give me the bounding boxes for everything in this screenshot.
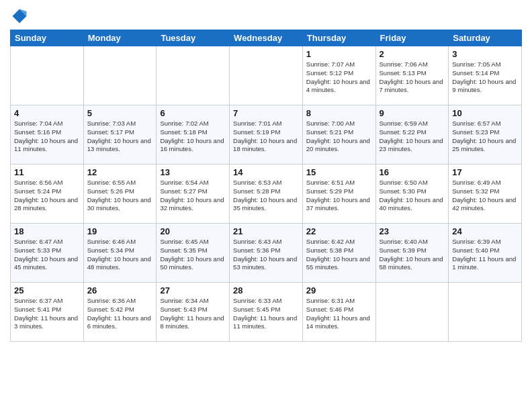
day-info: Sunrise: 6:42 AM Sunset: 5:38 PM Dayligh… [306, 238, 372, 272]
day-info: Sunrise: 7:04 AM Sunset: 5:16 PM Dayligh… [14, 120, 80, 154]
day-cell: 6Sunrise: 7:02 AM Sunset: 5:18 PM Daylig… [157, 105, 230, 165]
week-row-4: 18Sunrise: 6:47 AM Sunset: 5:33 PM Dayli… [11, 224, 522, 283]
day-number: 27 [160, 285, 226, 295]
day-number: 24 [452, 226, 518, 236]
day-info: Sunrise: 6:36 AM Sunset: 5:42 PM Dayligh… [87, 297, 153, 331]
day-cell: 24Sunrise: 6:39 AM Sunset: 5:40 PM Dayli… [449, 224, 522, 283]
day-cell: 20Sunrise: 6:45 AM Sunset: 5:35 PM Dayli… [157, 224, 230, 283]
day-number: 29 [306, 285, 372, 295]
day-info: Sunrise: 7:00 AM Sunset: 5:21 PM Dayligh… [306, 120, 372, 154]
col-header-wednesday: Wednesday [230, 30, 303, 46]
day-number: 20 [160, 226, 226, 236]
day-info: Sunrise: 6:59 AM Sunset: 5:22 PM Dayligh… [380, 120, 445, 154]
day-number: 18 [14, 226, 80, 236]
day-number: 3 [452, 49, 518, 59]
col-header-sunday: Sunday [11, 30, 84, 46]
day-number: 4 [14, 108, 80, 118]
day-number: 2 [380, 49, 445, 59]
day-cell: 26Sunrise: 6:36 AM Sunset: 5:42 PM Dayli… [83, 283, 157, 342]
day-cell: 15Sunrise: 6:51 AM Sunset: 5:29 PM Dayli… [302, 165, 375, 224]
day-number: 7 [233, 108, 299, 118]
day-cell: 23Sunrise: 6:40 AM Sunset: 5:39 PM Dayli… [375, 224, 449, 283]
day-cell: 18Sunrise: 6:47 AM Sunset: 5:33 PM Dayli… [11, 224, 84, 283]
col-header-saturday: Saturday [449, 30, 522, 46]
day-info: Sunrise: 6:33 AM Sunset: 5:45 PM Dayligh… [233, 297, 299, 331]
day-cell: 14Sunrise: 6:53 AM Sunset: 5:28 PM Dayli… [230, 165, 303, 224]
day-cell [157, 46, 230, 105]
day-cell: 11Sunrise: 6:56 AM Sunset: 5:24 PM Dayli… [11, 165, 84, 224]
day-cell: 5Sunrise: 7:03 AM Sunset: 5:17 PM Daylig… [83, 105, 157, 165]
header [10, 7, 522, 26]
day-info: Sunrise: 6:51 AM Sunset: 5:29 PM Dayligh… [306, 179, 372, 213]
day-number: 6 [160, 108, 226, 118]
day-cell: 28Sunrise: 6:33 AM Sunset: 5:45 PM Dayli… [230, 283, 303, 342]
week-row-5: 25Sunrise: 6:37 AM Sunset: 5:41 PM Dayli… [11, 283, 522, 342]
day-number: 26 [87, 285, 153, 295]
day-number: 23 [380, 226, 445, 236]
day-cell: 22Sunrise: 6:42 AM Sunset: 5:38 PM Dayli… [302, 224, 375, 283]
day-info: Sunrise: 6:49 AM Sunset: 5:32 PM Dayligh… [452, 179, 518, 213]
day-number: 15 [306, 167, 372, 177]
day-cell: 17Sunrise: 6:49 AM Sunset: 5:32 PM Dayli… [449, 165, 522, 224]
day-cell: 8Sunrise: 7:00 AM Sunset: 5:21 PM Daylig… [302, 105, 375, 165]
day-cell: 21Sunrise: 6:43 AM Sunset: 5:36 PM Dayli… [230, 224, 303, 283]
calendar-table: SundayMondayTuesdayWednesdayThursdayFrid… [10, 30, 522, 342]
day-number: 19 [87, 226, 153, 236]
col-header-thursday: Thursday [302, 30, 375, 46]
day-info: Sunrise: 7:07 AM Sunset: 5:12 PM Dayligh… [306, 60, 372, 95]
day-cell: 12Sunrise: 6:55 AM Sunset: 5:26 PM Dayli… [83, 165, 157, 224]
col-header-monday: Monday [83, 30, 157, 46]
day-info: Sunrise: 6:31 AM Sunset: 5:46 PM Dayligh… [306, 297, 372, 331]
day-info: Sunrise: 6:55 AM Sunset: 5:26 PM Dayligh… [87, 179, 153, 213]
day-info: Sunrise: 6:34 AM Sunset: 5:43 PM Dayligh… [160, 297, 226, 331]
day-info: Sunrise: 6:47 AM Sunset: 5:33 PM Dayligh… [14, 238, 80, 272]
day-number: 21 [233, 226, 299, 236]
day-cell [230, 46, 303, 105]
day-cell: 9Sunrise: 6:59 AM Sunset: 5:22 PM Daylig… [375, 105, 449, 165]
day-info: Sunrise: 6:43 AM Sunset: 5:36 PM Dayligh… [233, 238, 299, 272]
day-info: Sunrise: 6:50 AM Sunset: 5:30 PM Dayligh… [380, 179, 445, 213]
day-info: Sunrise: 6:40 AM Sunset: 5:39 PM Dayligh… [380, 238, 445, 272]
day-cell: 16Sunrise: 6:50 AM Sunset: 5:30 PM Dayli… [375, 165, 449, 224]
day-info: Sunrise: 6:54 AM Sunset: 5:27 PM Dayligh… [160, 179, 226, 213]
day-number: 13 [160, 167, 226, 177]
day-info: Sunrise: 6:45 AM Sunset: 5:35 PM Dayligh… [160, 238, 226, 272]
day-info: Sunrise: 6:39 AM Sunset: 5:40 PM Dayligh… [452, 238, 518, 272]
day-number: 9 [380, 108, 445, 118]
day-number: 14 [233, 167, 299, 177]
day-number: 11 [14, 167, 80, 177]
col-header-friday: Friday [375, 30, 449, 46]
day-info: Sunrise: 7:06 AM Sunset: 5:13 PM Dayligh… [380, 60, 445, 95]
day-cell: 13Sunrise: 6:54 AM Sunset: 5:27 PM Dayli… [157, 165, 230, 224]
day-number: 22 [306, 226, 372, 236]
day-info: Sunrise: 7:02 AM Sunset: 5:18 PM Dayligh… [160, 120, 226, 154]
day-number: 28 [233, 285, 299, 295]
day-info: Sunrise: 6:37 AM Sunset: 5:41 PM Dayligh… [14, 297, 80, 331]
day-number: 1 [306, 49, 372, 59]
page: SundayMondayTuesdayWednesdayThursdayFrid… [0, 0, 532, 411]
day-cell: 3Sunrise: 7:05 AM Sunset: 5:14 PM Daylig… [449, 46, 522, 105]
day-number: 17 [452, 167, 518, 177]
day-cell: 2Sunrise: 7:06 AM Sunset: 5:13 PM Daylig… [375, 46, 449, 105]
logo [10, 7, 30, 26]
day-info: Sunrise: 7:01 AM Sunset: 5:19 PM Dayligh… [233, 120, 299, 154]
day-info: Sunrise: 6:53 AM Sunset: 5:28 PM Dayligh… [233, 179, 299, 213]
day-cell [83, 46, 157, 105]
day-info: Sunrise: 6:46 AM Sunset: 5:34 PM Dayligh… [87, 238, 153, 272]
day-cell: 1Sunrise: 7:07 AM Sunset: 5:12 PM Daylig… [302, 46, 375, 105]
day-number: 10 [452, 108, 518, 118]
day-cell: 27Sunrise: 6:34 AM Sunset: 5:43 PM Dayli… [157, 283, 230, 342]
day-number: 16 [380, 167, 445, 177]
week-row-1: 1Sunrise: 7:07 AM Sunset: 5:12 PM Daylig… [11, 46, 522, 105]
day-info: Sunrise: 7:05 AM Sunset: 5:14 PM Dayligh… [452, 60, 518, 95]
day-info: Sunrise: 7:03 AM Sunset: 5:17 PM Dayligh… [87, 120, 153, 154]
day-cell: 25Sunrise: 6:37 AM Sunset: 5:41 PM Dayli… [11, 283, 84, 342]
day-header-row: SundayMondayTuesdayWednesdayThursdayFrid… [11, 30, 522, 46]
week-row-2: 4Sunrise: 7:04 AM Sunset: 5:16 PM Daylig… [11, 105, 522, 165]
day-cell: 10Sunrise: 6:57 AM Sunset: 5:23 PM Dayli… [449, 105, 522, 165]
day-cell [375, 283, 449, 342]
day-cell: 4Sunrise: 7:04 AM Sunset: 5:16 PM Daylig… [11, 105, 84, 165]
week-row-3: 11Sunrise: 6:56 AM Sunset: 5:24 PM Dayli… [11, 165, 522, 224]
day-number: 8 [306, 108, 372, 118]
day-number: 25 [14, 285, 80, 295]
